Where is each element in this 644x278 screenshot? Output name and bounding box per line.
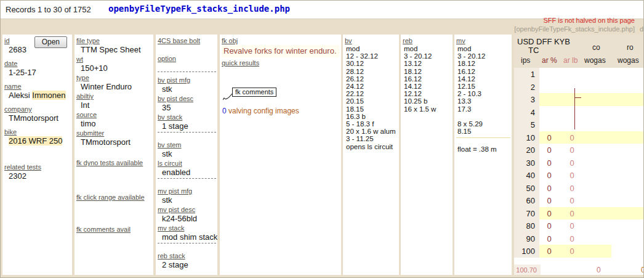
ability-label[interactable]: abiltiy — [76, 92, 152, 100]
data-cell: 000 — [539, 207, 644, 220]
dyno-row: 60000 — [514, 194, 644, 207]
fk-obj-value: Revalve forks for winter enduro. S — [222, 45, 339, 57]
submitter-label[interactable]: submitter — [76, 129, 152, 137]
related-tests-value: 2302 — [9, 171, 71, 181]
ar-pct-value: 0 — [542, 234, 556, 243]
footer-ips-value: 100.70 — [514, 264, 541, 275]
dyno-row: 33 — [514, 93, 644, 106]
stack-line: opens ls circuit — [346, 143, 398, 150]
fk-obj-label[interactable]: fk obj — [222, 37, 340, 44]
ips-column-header: ips — [521, 56, 530, 65]
page-title: openbyFileTypeFk_stacks_include.php — [108, 4, 290, 14]
fk-click-range-link[interactable]: fk click range available — [76, 194, 152, 201]
stack-line: 20.15 — [346, 97, 398, 105]
bv-pist-mfg-label[interactable]: bv pist mfg — [158, 76, 216, 84]
ar-pct-value: 0 — [542, 247, 556, 256]
stack-line: 24.12 — [346, 83, 398, 90]
stack-line: 12 - 32.12 — [346, 52, 398, 60]
stack-line — [457, 113, 510, 120]
ar-pct-value: 0 — [542, 221, 556, 231]
ips-cell: 40 — [514, 169, 539, 182]
ls-circuit-label[interactable]: ls circuit — [158, 160, 216, 167]
co-wogas-column-header: wogas — [584, 56, 606, 65]
fk-comments-avail-link[interactable]: fk comments avail — [76, 226, 152, 233]
data-cell: 000 — [539, 194, 644, 207]
mv-label[interactable]: mv — [456, 37, 510, 44]
records-count: Records 1 to 30 of 1752 — [6, 5, 91, 14]
date-value: 1-25-17 — [9, 68, 71, 77]
ar-pct-value: 0 — [542, 158, 556, 168]
dyno-row: 11 — [514, 68, 644, 81]
include-filename: [openbyFileTypeFk_stacks_include.php] — [514, 25, 635, 33]
dyno-row: 90001 — [514, 232, 644, 245]
images-label: valving config images — [227, 107, 299, 115]
bv-label[interactable]: bv — [345, 37, 398, 44]
open-button[interactable]: Open — [34, 36, 67, 48]
wt-label[interactable]: wt — [76, 55, 152, 63]
stack-line: 22.12 — [346, 90, 398, 97]
base-bolt-label[interactable]: 4CS base bolt — [158, 37, 216, 44]
mv-pist-desc-label[interactable]: mv pist desc — [158, 206, 216, 213]
data-cell: 000 — [539, 131, 644, 144]
type-label[interactable]: type — [76, 74, 152, 81]
data-cell: 000 — [539, 182, 644, 195]
mv-stack-label[interactable]: mv stack — [158, 224, 216, 232]
valving-config-images-link[interactable]: 0 valving config images — [222, 107, 299, 115]
stack-line: 2 - 10.3 — [457, 90, 510, 97]
fk-comments-button[interactable]: fk comments — [232, 88, 276, 97]
stack-line: 16 x 1.5 w — [404, 105, 451, 113]
submitter-value: TMmotorsport — [81, 137, 152, 147]
quick-results-label[interactable]: quick results — [222, 59, 340, 67]
wt-value: 150+10 — [81, 63, 152, 73]
date-label[interactable]: date — [4, 60, 71, 67]
dyno-row: 40000 — [514, 169, 644, 182]
ar-lb-value: 0 — [565, 145, 579, 155]
file-type-label[interactable]: file type — [76, 37, 152, 44]
name-label[interactable]: name — [4, 83, 71, 90]
stack-line: 18.12 — [457, 60, 510, 67]
ar-pct-value: 0 — [542, 145, 556, 155]
stack-line: 14.12 — [457, 75, 510, 83]
reb-stack-panel: reb mod3 - 20.1213.1218.1216.1214.1212.1… — [401, 35, 453, 275]
ar-lb-value: 0 — [565, 171, 579, 180]
band-edge-fragment: d — [640, 25, 643, 33]
bv-pist-desc-label[interactable]: bv pist desc — [158, 95, 216, 102]
ips-cell: 10 — [514, 131, 539, 144]
mv-float-value: float = .38 m — [457, 145, 510, 153]
ips-cell: 50 — [514, 182, 539, 195]
callout-tail-icon — [223, 92, 233, 101]
bv-stem-label[interactable]: bv stem — [158, 141, 216, 149]
reb-stack-label[interactable]: reb stack — [158, 252, 216, 260]
reb-label[interactable]: reb — [403, 37, 451, 44]
mv-pist-mfg-label[interactable]: mv pist mfg — [158, 187, 216, 195]
stack-line: 12.15 — [457, 83, 510, 90]
ar-pct-value: 0 — [542, 171, 556, 180]
fk-dyno-tests-link[interactable]: fk dyno tests available — [76, 159, 152, 166]
bv-stack-label[interactable]: bv stack — [158, 113, 216, 121]
company-label[interactable]: company — [4, 105, 71, 113]
data-cell: 000 — [539, 219, 644, 232]
stack-line: 13.12 — [404, 60, 451, 67]
dyno-row: 80000 — [514, 219, 644, 232]
source-value: timo — [81, 119, 152, 128]
stack-line: 30.12 — [346, 60, 398, 67]
type-value: Winter Enduro — [81, 82, 152, 91]
mv-pist-mfg-value: stk — [162, 195, 216, 205]
bike-label[interactable]: bike — [4, 128, 71, 136]
bv-lines: mod12 - 32.1230.1228.1226.1224.1222.1220… — [345, 45, 398, 150]
option-label[interactable]: option — [158, 55, 216, 62]
ar-lb-column-header: ar lb — [563, 56, 578, 65]
stack-line: 8 x 5.29 — [457, 120, 510, 128]
ips-cell: 3 — [514, 93, 539, 106]
stack-line: 14.12 — [404, 83, 451, 90]
stack-line: 16.3 b — [346, 113, 398, 120]
data-cell: 5 — [539, 118, 644, 131]
dyno-row: 10000 — [514, 131, 644, 144]
source-label[interactable]: source — [76, 111, 152, 118]
ar-lb-value: 0 — [565, 158, 579, 168]
mv-stack-value: mod shim stack — [162, 232, 216, 242]
related-tests-label[interactable]: related tests — [4, 163, 71, 171]
name-highlight: Immonen — [32, 91, 65, 100]
co-header: co — [592, 43, 600, 52]
data-cell: 3 — [539, 93, 644, 106]
